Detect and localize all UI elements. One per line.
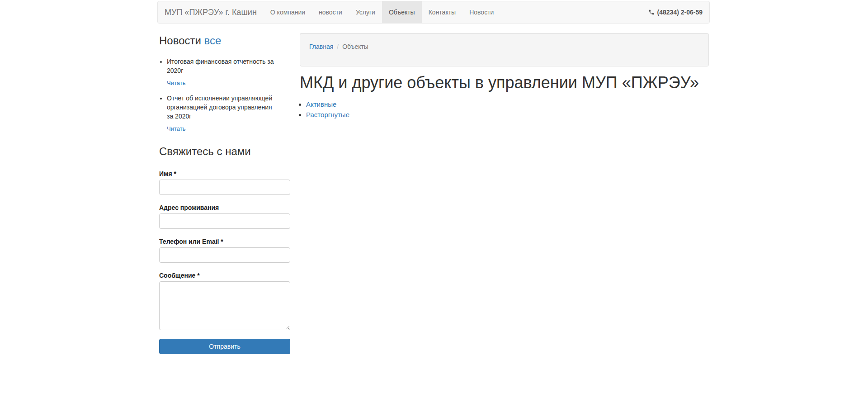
active-objects-link[interactable]: Активные (306, 100, 336, 108)
news-title-text: Новости (159, 34, 201, 47)
message-label-text: Сообщение (159, 272, 195, 279)
brand-link[interactable]: МУП «ПЖРЭУ» г. Кашин (158, 1, 264, 23)
nav-item-objects: Объекты (382, 1, 422, 23)
nav-item-about: О компании (264, 1, 312, 23)
breadcrumb-current: Объекты (342, 42, 368, 51)
breadcrumb-panel: Главная / Объекты (300, 33, 709, 66)
breadcrumb-separator: / (333, 42, 342, 51)
submit-button[interactable]: Отправить (159, 339, 290, 354)
nav-link-services[interactable]: Услуги (349, 1, 382, 23)
news-title: Новости все (159, 34, 290, 47)
phone-number: (48234) 2-06-59 (657, 9, 703, 16)
phone-block: (48234) 2-06-59 (648, 1, 709, 23)
nav-link-about[interactable]: О компании (264, 1, 312, 23)
page-title: МКД и другие объекты в управлении МУП «П… (300, 74, 709, 92)
news-item: Отчет об исполнении управляющей организа… (167, 94, 278, 133)
nav-link-contacts[interactable]: Контакты (422, 1, 462, 23)
phone-icon (648, 9, 655, 15)
objects-links-list: Активные Расторгнутые (300, 99, 709, 120)
news-all-link[interactable]: все (204, 34, 222, 47)
sidebar: Новости все Итоговая финансовая отчетнос… (159, 34, 290, 354)
list-item: Расторгнутые (306, 109, 709, 120)
phone-email-label: Телефон или Email * (159, 237, 290, 246)
phone-email-input[interactable] (159, 247, 290, 263)
message-textarea[interactable] (159, 281, 290, 330)
required-marker: * (197, 272, 199, 279)
read-link[interactable]: Читать (167, 124, 185, 133)
name-label: Имя * (159, 170, 290, 178)
news-item: Итоговая финансовая отчетность за 2020г … (167, 57, 278, 88)
address-field-group: Адрес проживания (159, 204, 290, 229)
breadcrumb-home: Главная (309, 42, 333, 51)
news-item-text: Итоговая финансовая отчетность за 2020г (167, 57, 278, 75)
message-field-group: Сообщение * (159, 271, 290, 330)
phone-email-field-group: Телефон или Email * (159, 237, 290, 263)
list-item: Активные (306, 99, 709, 109)
terminated-objects-link[interactable]: Расторгнутые (306, 111, 349, 118)
name-field-group: Имя * (159, 170, 290, 195)
news-item-text: Отчет об исполнении управляющей организа… (167, 94, 278, 121)
contact-form: Имя * Адрес проживания Телефон или Email… (159, 170, 290, 354)
nav-item-news-lower: новости (312, 1, 349, 23)
breadcrumb: Главная / Объекты (309, 42, 699, 51)
phone-email-label-text: Телефон или Email (159, 238, 219, 245)
name-input[interactable] (159, 180, 290, 195)
nav-link-news[interactable]: Новости (462, 1, 500, 23)
required-marker: * (221, 238, 223, 245)
breadcrumb-home-link[interactable]: Главная (309, 43, 333, 50)
nav-item-services: Услуги (349, 1, 382, 23)
main-content: Главная / Объекты МКД и другие объекты в… (300, 33, 709, 120)
message-label: Сообщение * (159, 271, 290, 280)
address-input[interactable] (159, 213, 290, 229)
contact-title: Свяжитесь с нами (159, 145, 290, 158)
news-list: Итоговая финансовая отчетность за 2020г … (159, 57, 278, 133)
main-menu: О компании новости Услуги Объекты Контак… (264, 1, 501, 23)
top-navbar: МУП «ПЖРЭУ» г. Кашин О компании новости … (157, 1, 710, 24)
nav-item-contacts: Контакты (422, 1, 462, 23)
nav-link-objects[interactable]: Объекты (382, 1, 422, 23)
nav-link-news-lower[interactable]: новости (312, 1, 349, 23)
required-marker: * (174, 170, 176, 177)
read-link[interactable]: Читать (167, 79, 185, 88)
nav-item-news: Новости (462, 1, 500, 23)
address-label: Адрес проживания (159, 204, 290, 212)
name-label-text: Имя (159, 170, 172, 177)
